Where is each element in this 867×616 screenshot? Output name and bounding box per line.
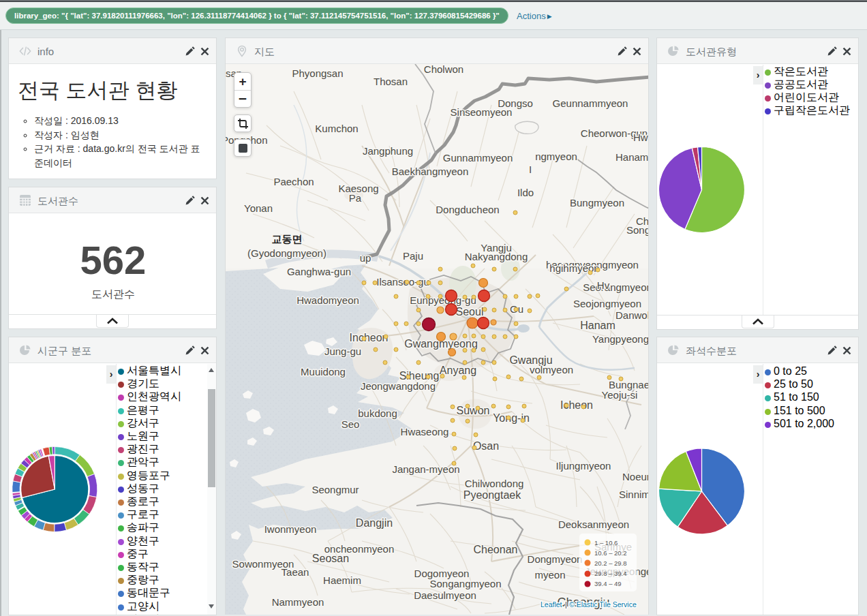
svg-text:I: I	[529, 164, 532, 175]
svg-text:Phyongsan: Phyongsan	[292, 67, 343, 79]
svg-text:Cheonan: Cheonan	[474, 544, 518, 555]
svg-text:Hwaseong: Hwaseong	[401, 426, 449, 437]
svg-text:Daesulmyeon: Daesulmyeon	[414, 589, 476, 601]
svg-text:Muuidong: Muuidong	[301, 366, 346, 378]
svg-text:Iljungmyeon: Iljungmyeon	[556, 460, 611, 472]
svg-text:Baekhangmyeon: Baekhangmyeon	[392, 166, 469, 177]
svg-text:Pa: Pa	[349, 192, 362, 204]
svg-text:Seongmur: Seongmur	[311, 484, 359, 495]
svg-text:Cholwon: Cholwon	[424, 64, 463, 75]
svg-text:© Elastic Tile Service: © Elastic Tile Service	[569, 600, 637, 609]
svg-text:Jung-gu: Jung-gu	[324, 345, 361, 357]
svg-text:10.6 – 20.2: 10.6 – 20.2	[594, 549, 627, 557]
svg-text:Paju: Paju	[403, 250, 423, 262]
svg-text:Hwadomyeon: Hwadomyeon	[296, 294, 359, 306]
svg-text:(Gyodongmyeon): (Gyodongmyeon)	[247, 247, 326, 259]
svg-text:Gunnammyeon: Gunnammyeon	[443, 152, 513, 164]
svg-text:Geunnammyeon: Geunnammyeon	[553, 97, 628, 109]
svg-text:Ildo: Ildo	[517, 187, 534, 198]
svg-text:Pyeongtaek: Pyeongtaek	[463, 489, 522, 501]
svg-text:Taean: Taean	[282, 566, 309, 578]
svg-text:Yonan: Yonan	[244, 202, 273, 214]
svg-text:Thosan: Thosan	[374, 76, 408, 87]
svg-text:29.8 – 39.4: 29.8 – 39.4	[594, 570, 627, 577]
svg-text:Osan: Osan	[473, 440, 499, 452]
svg-text:Nammyeon: Nammyeon	[272, 596, 324, 608]
svg-text:Incheon: Incheon	[350, 332, 389, 343]
svg-text:1 – 10.6: 1 – 10.6	[594, 539, 618, 546]
svg-text:Yeoju-si: Yeoju-si	[602, 389, 638, 401]
svg-text:Seoul: Seoul	[456, 306, 484, 318]
svg-text:Kumchon: Kumchon	[315, 123, 358, 134]
svg-text:Hwacho: Hwacho	[633, 132, 648, 143]
svg-text:Chilwondong: Chilwondong	[465, 478, 524, 489]
svg-text:Jangan-myeon: Jangan-myeon	[392, 463, 459, 475]
svg-text:Seosan: Seosan	[312, 553, 349, 564]
svg-text:Seorangmyeon: Seorangmyeon	[583, 281, 648, 293]
svg-text:|: |	[565, 600, 567, 609]
svg-text:Songamc: Songamc	[626, 224, 648, 236]
svg-text:Danwolmye: Danwolmye	[615, 309, 648, 321]
svg-text:bukdong: bukdong	[358, 407, 397, 419]
svg-text:39.4 – 49: 39.4 – 49	[594, 580, 622, 587]
svg-text:Deoksanmyeon: Deoksanmyeon	[558, 519, 629, 530]
svg-text:Dangjin: Dangjin	[356, 517, 393, 529]
svg-text:Iwonmyeon: Iwonmyeon	[264, 523, 317, 535]
svg-text:Hanammye: Hanammye	[615, 151, 648, 163]
svg-text:Noeur: Noeur	[622, 471, 648, 482]
svg-text:Hv: Hv	[597, 279, 610, 291]
svg-text:Jangphung: Jangphung	[363, 145, 413, 157]
svg-text:Bungmyeon: Bungmyeon	[570, 197, 624, 209]
svg-text:20.2 – 29.8: 20.2 – 29.8	[594, 559, 627, 567]
svg-text:Paechon: Paechon	[273, 176, 314, 187]
svg-text:Hanam: Hanam	[580, 320, 615, 331]
svg-text:Ganghwa-gun: Ganghwa-gun	[287, 266, 351, 277]
svg-text:Anyang: Anyang	[440, 365, 476, 376]
svg-text:Leaflet: Leaflet	[541, 600, 562, 609]
svg-text:Dongducheon: Dongducheon	[436, 204, 499, 215]
svg-text:Seojongmyeon: Seojongmyeon	[573, 298, 641, 309]
svg-text:Jeongwangdong: Jeongwangdong	[361, 380, 436, 392]
svg-text:volmyeon: volmyeon	[530, 364, 573, 375]
svg-text:Songangmyeon: Songangmyeon	[429, 578, 501, 589]
svg-text:Seo: Seo	[341, 418, 360, 430]
svg-text:Suwon: Suwon	[457, 405, 490, 416]
svg-text:Haemim: Haemim	[323, 574, 361, 586]
svg-text:Ilsanseo-gu: Ilsanseo-gu	[376, 276, 429, 288]
svg-text:Dongmyeon: Dongmyeon	[528, 553, 583, 565]
svg-text:ngmyeon: ngmyeon	[535, 151, 577, 162]
svg-text:Sinseomyeon: Sinseomyeon	[451, 106, 513, 118]
svg-text:Nakyangdong: Nakyangdong	[465, 251, 528, 262]
svg-text:교동면: 교동면	[272, 233, 303, 245]
svg-text:Sinnim: Sinnim	[619, 489, 648, 500]
svg-text:up: up	[360, 252, 371, 264]
svg-text:Yangpyeongeup: Yangpyeongeup	[592, 333, 648, 345]
svg-text:myeon: myeon	[534, 569, 565, 581]
